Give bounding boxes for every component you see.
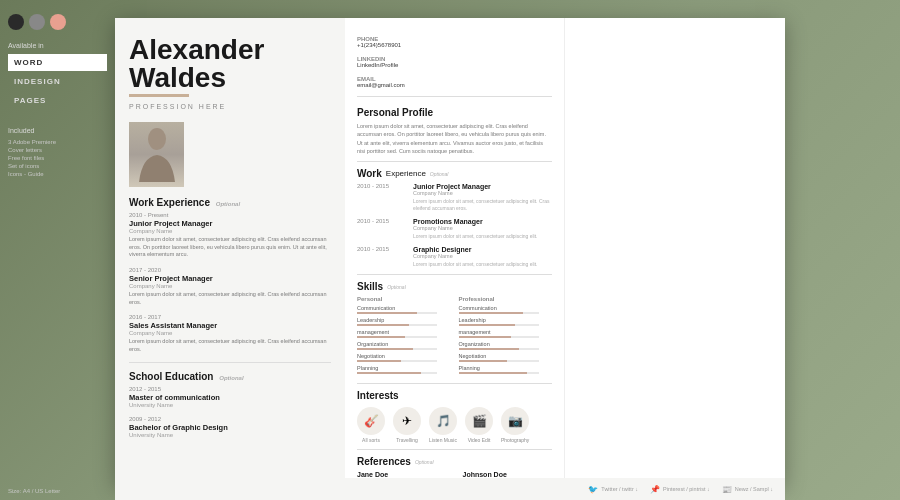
skill-bar-bg — [459, 348, 539, 350]
interest-item: 🎸 All sorts — [357, 407, 385, 443]
skill-bar-bg — [357, 372, 437, 374]
format-word[interactable]: WORD — [8, 54, 107, 71]
skill-bar-fill — [357, 312, 417, 314]
edu-entry-2: 2009 - 2012 Bachelor of Graphic Design U… — [129, 416, 331, 438]
social-item[interactable]: 📌Pinterest / pintrist ↓ — [650, 485, 710, 494]
skill-name: Organization — [357, 341, 451, 347]
included-title: Included — [8, 127, 107, 134]
swatch-medium[interactable] — [29, 14, 45, 30]
included-section: Included 3 Adobe Premiere Cover letters … — [8, 127, 107, 179]
skill-name: Planning — [357, 365, 451, 371]
skill-bar-bg — [459, 360, 539, 362]
interests-header: Interests — [357, 390, 552, 401]
interest-icon: 🎸 — [357, 407, 385, 435]
work-entry-2: 2017 - 2020 Senior Project Manager Compa… — [129, 267, 331, 306]
right-work-3-content: Graphic Designer Company Name Lorem ipsu… — [413, 246, 552, 268]
interest-item: 🎬 Video Edit — [465, 407, 493, 443]
skill-item: Planning — [357, 365, 451, 374]
contact-linkedin: LinkedIn LinkedIn/Profile — [357, 56, 552, 68]
social-label: Newz / Sampl ↓ — [735, 486, 773, 492]
skill-name: Leadership — [357, 317, 451, 323]
skills-title: Skills — [357, 281, 383, 292]
swatch-dark[interactable] — [8, 14, 24, 30]
available-label: Available in — [8, 42, 107, 49]
references-title: References — [357, 456, 411, 467]
skill-bar-bg — [459, 312, 539, 314]
interest-item: 🎵 Listen Music — [429, 407, 457, 443]
skills-grid: Personal Communication Leadership manage… — [357, 296, 552, 377]
social-icon: 📰 — [722, 485, 732, 494]
professional-skills-col: Professional Communication Leadership ma… — [459, 296, 553, 377]
skill-bar-bg — [357, 324, 437, 326]
right-work-1: 2010 - 2015 Junior Project Manager Compa… — [357, 183, 552, 212]
skill-bar-fill — [459, 312, 523, 314]
social-label: Twitter / twittr ↓ — [601, 486, 638, 492]
format-pages[interactable]: PAGES — [8, 92, 107, 109]
left-panel: Available in WORD INDESIGN PAGES Include… — [0, 0, 115, 500]
personal-profile-title: Personal Profile — [357, 107, 552, 118]
social-icon: 🐦 — [588, 485, 598, 494]
swatch-light[interactable] — [50, 14, 66, 30]
social-label: Pinterest / pintrist ↓ — [663, 486, 710, 492]
skill-name: Communication — [357, 305, 451, 311]
right-work-1-content: Junior Project Manager Company Name Lore… — [413, 183, 552, 212]
skill-bar-bg — [357, 360, 437, 362]
right-work-3: 2010 - 2015 Graphic Designer Company Nam… — [357, 246, 552, 268]
social-item[interactable]: 🐦Twitter / twittr ↓ — [588, 485, 638, 494]
ref-1-name: Jane Doe — [357, 471, 447, 478]
skill-bar-fill — [459, 360, 507, 362]
right-work-2-content: Promotions Manager Company Name Lorem ip… — [413, 218, 552, 240]
included-item-5: Icons - Guide — [8, 171, 107, 177]
skill-item: Negotiation — [357, 353, 451, 362]
right-work-2: 2010 - 2015 Promotions Manager Company N… — [357, 218, 552, 240]
divider-1 — [129, 362, 331, 363]
skill-name: Negotiation — [357, 353, 451, 359]
resume-right-col2 — [565, 18, 785, 486]
personal-skills-col: Personal Communication Leadership manage… — [357, 296, 451, 377]
resume-container: Alexander Waldes PROFESSION HERE Work Ex… — [115, 18, 785, 486]
right-work-title: Work — [357, 168, 382, 179]
interest-item: ✈ Travelling — [393, 407, 421, 443]
contact-phone: Phone +1(234)5678901 — [357, 36, 552, 48]
ref-2-name: Johnson Doe — [463, 471, 553, 478]
skill-bar-fill — [357, 336, 405, 338]
resume-left-sidebar: Alexander Waldes PROFESSION HERE Work Ex… — [115, 18, 345, 486]
photo-inner — [129, 122, 184, 187]
skill-item: Communication — [357, 305, 451, 314]
format-indesign[interactable]: INDESIGN — [8, 73, 107, 90]
interest-label: Travelling — [396, 437, 418, 443]
education-section-title: School Education Optional — [129, 371, 331, 382]
skill-name: management — [459, 329, 553, 335]
personal-profile-section: Personal Profile Lorem ipsum dolor sit a… — [357, 107, 552, 155]
work-entry-1: 2010 - Present Junior Project Manager Co… — [129, 212, 331, 259]
divider-skills — [357, 383, 552, 384]
skill-bar-bg — [459, 372, 539, 374]
divider-profile — [357, 161, 552, 162]
color-swatches — [8, 14, 107, 30]
skill-item: Leadership — [357, 317, 451, 326]
skill-name: Organization — [459, 341, 553, 347]
interest-icon: ✈ — [393, 407, 421, 435]
included-item-3: Free font files — [8, 155, 107, 161]
contact-email: Email email@gmail.com — [357, 76, 552, 88]
skill-item: Organization — [357, 341, 451, 350]
skill-item: Negotiation — [459, 353, 553, 362]
skill-bar-fill — [459, 348, 519, 350]
resume-right: Phone +1(234)5678901 LinkedIn LinkedIn/P… — [345, 18, 785, 486]
social-icon: 📌 — [650, 485, 660, 494]
included-item-1: 3 Adobe Premiere — [8, 139, 107, 145]
interest-icon: 🎬 — [465, 407, 493, 435]
resume-profession: PROFESSION HERE — [129, 103, 331, 110]
personal-profile-text: Lorem ipsum dolor sit amet, consectetuer… — [357, 122, 552, 155]
skill-bar-fill — [357, 372, 421, 374]
skill-item: Organization — [459, 341, 553, 350]
social-item[interactable]: 📰Newz / Sampl ↓ — [722, 485, 773, 494]
profile-silhouette — [137, 127, 177, 182]
size-info: Size: A4 / US Letter — [8, 488, 60, 494]
skill-bar-bg — [459, 336, 539, 338]
skill-item: Leadership — [459, 317, 553, 326]
skill-name: Leadership — [459, 317, 553, 323]
right-work-header: Work Experience Optional — [357, 168, 552, 179]
skill-item: Planning — [459, 365, 553, 374]
divider-contact — [357, 96, 552, 97]
